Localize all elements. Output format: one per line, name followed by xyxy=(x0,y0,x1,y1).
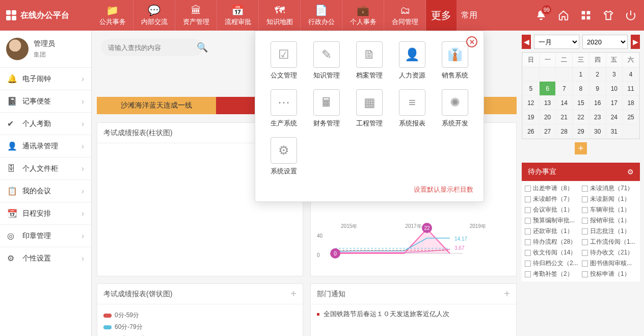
calendar-day[interactable]: 19 xyxy=(523,110,540,124)
calendar-day[interactable]: 18 xyxy=(623,96,639,110)
calendar-day[interactable]: 8 xyxy=(573,82,589,96)
sidebar-item[interactable]: 🗄个人文件柜› xyxy=(0,157,91,179)
todo-item[interactable]: 未读新闻（1） xyxy=(582,195,637,203)
home-icon[interactable] xyxy=(553,5,574,25)
sidebar-item[interactable]: ⚙个性设置› xyxy=(0,247,91,269)
sidebar-item[interactable]: 👤通讯录管理› xyxy=(0,135,91,157)
search-input[interactable] xyxy=(108,44,194,51)
bell-icon[interactable]: 99 xyxy=(531,5,551,25)
todo-item[interactable]: 日志批注（1） xyxy=(582,227,637,236)
dropdown-item[interactable]: ☑公文管理 xyxy=(265,41,302,80)
calendar-add-button[interactable]: + xyxy=(575,142,587,154)
calendar-day[interactable]: 31 xyxy=(606,124,623,139)
app-icon: 👔 xyxy=(442,41,468,68)
sidebar-item[interactable]: ✔个人考勤› xyxy=(0,112,91,135)
calendar-day[interactable]: 30 xyxy=(589,124,606,139)
todo-item[interactable]: 未读消息（71） xyxy=(582,184,637,193)
search-icon[interactable]: 🔍 xyxy=(197,42,208,53)
sidebar-item[interactable]: ◎印章管理› xyxy=(0,224,91,247)
calendar-day[interactable]: 22 xyxy=(573,110,589,124)
calendar-day[interactable]: 16 xyxy=(589,96,606,110)
calendar-day[interactable]: 29 xyxy=(573,124,589,139)
todo-item[interactable]: 出差申请（8） xyxy=(525,184,580,193)
dropdown-item[interactable]: ✎知识管理 xyxy=(308,41,345,80)
nav-item[interactable]: 🗺知识地图 xyxy=(259,0,301,31)
dropdown-item[interactable]: 👤人力资源 xyxy=(394,41,431,80)
dropdown-item[interactable]: ⋯生产系统 xyxy=(265,89,302,128)
todo-item[interactable]: 预算编制审批... xyxy=(525,216,580,225)
calendar-day[interactable]: 11 xyxy=(623,82,639,96)
nav-item[interactable]: 💼个人事务 xyxy=(342,0,384,31)
dropdown-item[interactable]: 🗎档案管理 xyxy=(351,41,388,80)
todo-item[interactable]: 工作流传阅（1... xyxy=(582,238,637,246)
more-button[interactable]: 更多 xyxy=(426,0,457,31)
calendar-day[interactable]: 6 xyxy=(539,82,556,96)
todo-item[interactable]: 图书借阅审核... xyxy=(582,259,637,268)
nav-item[interactable]: 🏛资产管理 xyxy=(175,0,217,31)
todo-item[interactable]: 待办收文（21） xyxy=(582,248,637,257)
calendar-day[interactable]: 12 xyxy=(523,96,540,110)
calendar-day[interactable]: 17 xyxy=(606,96,623,110)
dropdown-item[interactable]: ⚙系统设置 xyxy=(265,137,302,176)
search-box[interactable]: 🔍 xyxy=(101,39,203,56)
todo-item[interactable]: 报销审批（1） xyxy=(582,216,637,225)
todo-item[interactable]: 未读邮件（7） xyxy=(525,195,580,203)
todo-item[interactable]: 会议审批（1） xyxy=(525,205,580,214)
calendar-day[interactable]: 26 xyxy=(523,124,540,139)
calendar-day[interactable]: 14 xyxy=(556,96,573,110)
calendar-day[interactable]: 15 xyxy=(573,96,589,110)
sidebar-item[interactable]: 📓记事便签› xyxy=(0,90,91,112)
cal-next[interactable]: ▶ xyxy=(631,35,640,49)
calendar-day[interactable]: 9 xyxy=(589,82,606,96)
calendar-day[interactable]: 24 xyxy=(606,110,623,124)
power-icon[interactable] xyxy=(621,5,641,25)
calendar-day[interactable]: 21 xyxy=(556,110,573,124)
todo-item[interactable]: 收文传阅（14） xyxy=(525,248,580,257)
todo-item[interactable]: 待办流程（28） xyxy=(525,238,580,246)
calendar-day[interactable]: 13 xyxy=(539,96,556,110)
calendar-day[interactable]: 25 xyxy=(623,110,639,124)
calendar-day[interactable]: 20 xyxy=(539,110,556,124)
calendar-day[interactable]: 4 xyxy=(623,67,639,82)
panel-add-icon[interactable]: + xyxy=(290,288,297,300)
sidebar-item[interactable]: 📋我的会议› xyxy=(0,179,91,202)
calendar-day[interactable]: 28 xyxy=(556,124,573,139)
todo-item[interactable]: 待归档公文（2... xyxy=(525,259,580,268)
close-icon[interactable]: ✕ xyxy=(466,36,477,47)
shirt-icon[interactable] xyxy=(598,5,619,25)
nav-item[interactable]: 🗂合同管理 xyxy=(384,0,426,31)
dropdown-item[interactable]: 🖩财务管理 xyxy=(308,89,345,128)
frequent-button[interactable]: 常用 xyxy=(457,0,482,31)
calendar-day[interactable]: 5 xyxy=(523,82,540,96)
gear-icon[interactable]: ⚙ xyxy=(627,168,634,176)
sidebar-item[interactable]: 🔔电子闹钟› xyxy=(0,67,91,90)
dropdown-item[interactable]: ≡系统报表 xyxy=(394,89,431,128)
nav-item[interactable]: 📁公共事务 xyxy=(92,0,133,31)
calendar-day[interactable]: 2 xyxy=(589,67,606,82)
calendar-day[interactable]: 7 xyxy=(556,82,573,96)
nav-item[interactable]: 📅流程审批 xyxy=(217,0,259,31)
cal-prev[interactable]: ◀ xyxy=(522,35,531,49)
dropdown-item[interactable]: 👔销售系统 xyxy=(437,41,473,80)
nav-item[interactable]: 📄行政办公 xyxy=(301,0,342,31)
calendar-day[interactable]: 3 xyxy=(606,67,623,82)
dropdown-item[interactable]: ✺系统开发 xyxy=(437,89,473,128)
panel-add-icon[interactable]: + xyxy=(504,288,510,300)
sidebar-item[interactable]: 📆日程安排› xyxy=(0,202,91,224)
calendar-day[interactable]: 27 xyxy=(539,124,556,139)
dropdown-item[interactable]: ▦工程管理 xyxy=(351,89,388,128)
todo-item[interactable]: 还款审批（1） xyxy=(525,227,580,236)
year-select[interactable]: 2020 xyxy=(582,35,628,49)
chevron-right-icon: › xyxy=(82,209,84,218)
notice-item[interactable]: 全国铁路节后春运１０天发送旅客近亿人次 xyxy=(317,309,510,319)
todo-item[interactable]: 考勤补签（2） xyxy=(525,270,580,278)
calendar-day[interactable]: 1 xyxy=(573,67,589,82)
nav-item[interactable]: 💬内部交流 xyxy=(133,0,175,31)
grid-icon[interactable] xyxy=(576,5,596,25)
calendar-day[interactable]: 23 xyxy=(589,110,606,124)
dropdown-footer-link[interactable]: 设置默认显示栏目数 xyxy=(265,185,473,194)
todo-item[interactable]: 投标申请（1） xyxy=(582,270,637,278)
todo-item[interactable]: 车辆审批（1） xyxy=(582,205,637,214)
calendar-day[interactable]: 10 xyxy=(606,82,623,96)
month-select[interactable]: 一月 xyxy=(534,35,579,49)
